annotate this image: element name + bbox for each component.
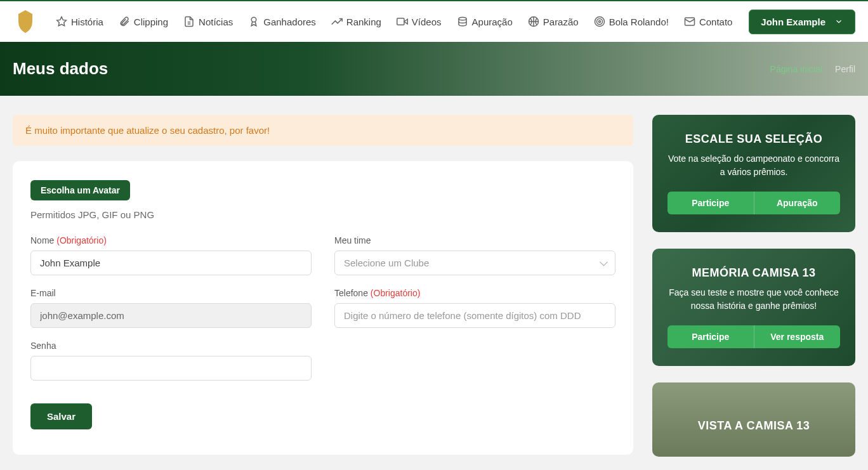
- svg-rect-5: [397, 18, 404, 25]
- choose-avatar-button[interactable]: Escolha um Avatar: [30, 180, 130, 200]
- promo-title: ESCALE SUA SELEÇÃO: [667, 133, 840, 146]
- nav-label: Notícias: [199, 16, 233, 27]
- phone-label: Telefone (Obrigatório): [334, 288, 615, 298]
- team-select[interactable]: [334, 251, 615, 275]
- breadcrumb-current: Perfil: [835, 64, 855, 74]
- avatar-hint: Permitidos JPG, GIF ou PNG: [30, 209, 615, 220]
- nav-bola-rolando[interactable]: Bola Rolando!: [594, 16, 669, 27]
- promo-title: VISTA A CAMISA 13: [667, 419, 840, 433]
- team-group: Meu time: [334, 235, 615, 275]
- nav-parazao[interactable]: Parazão: [528, 16, 579, 27]
- password-input[interactable]: [30, 356, 312, 381]
- promo-vista-camisa: VISTA A CAMISA 13: [652, 382, 855, 457]
- svg-point-3: [252, 17, 257, 22]
- file-icon: [183, 16, 195, 27]
- breadcrumb-home[interactable]: Página inicial: [770, 64, 823, 74]
- trending-icon: [331, 16, 343, 27]
- mail-icon: [684, 16, 695, 27]
- nav-label: Bola Rolando!: [609, 16, 669, 27]
- email-input: [30, 303, 312, 328]
- profile-form-card: Escolha um Avatar Permitidos JPG, GIF ou…: [13, 161, 633, 455]
- nav-label: Apuração: [472, 16, 513, 27]
- alert-banner: É muito importante que atualize o seu ca…: [13, 115, 633, 146]
- page-title: Meus dados: [13, 59, 108, 79]
- nav-label: Clipping: [134, 16, 168, 27]
- name-input[interactable]: [30, 251, 312, 275]
- nav: História Clipping Notícias Ganhadores Ra…: [56, 16, 744, 27]
- video-icon: [397, 16, 408, 27]
- nav-label: Contato: [699, 16, 733, 27]
- nav-label: Parazão: [543, 16, 579, 27]
- nav-historia[interactable]: História: [56, 16, 103, 27]
- user-name: John Example: [761, 16, 825, 27]
- email-label: E-mail: [30, 288, 312, 298]
- phone-input[interactable]: [334, 303, 615, 328]
- svg-point-10: [598, 21, 600, 23]
- promo-title: MEMÓRIA CAMISA 13: [667, 266, 840, 280]
- promo-escale-selecao: ESCALE SUA SELEÇÃO Vote na seleção do ca…: [652, 115, 855, 232]
- header: História Clipping Notícias Ganhadores Ra…: [0, 0, 868, 42]
- participe-button[interactable]: Participe: [667, 325, 754, 348]
- save-button[interactable]: Salvar: [30, 403, 92, 429]
- logo[interactable]: [13, 9, 38, 34]
- email-group: E-mail: [30, 288, 312, 328]
- nav-contato[interactable]: Contato: [684, 16, 733, 27]
- promo-desc: Faça seu teste e mostre que você conhece…: [667, 286, 840, 313]
- svg-point-9: [596, 19, 602, 25]
- target-icon: [594, 16, 605, 27]
- apuracao-button[interactable]: Apuração: [754, 192, 841, 214]
- star-icon: [56, 16, 67, 27]
- user-menu-button[interactable]: John Example: [749, 10, 855, 34]
- nav-clipping[interactable]: Clipping: [119, 16, 168, 27]
- nav-label: História: [71, 16, 103, 27]
- nav-ranking[interactable]: Ranking: [331, 16, 381, 27]
- svg-marker-0: [57, 17, 67, 26]
- nav-label: Vídeos: [412, 16, 442, 27]
- ver-resposta-button[interactable]: Ver resposta: [754, 325, 841, 348]
- name-group: Nome (Obrigatório): [30, 235, 312, 275]
- promo-memoria-camisa: MEMÓRIA CAMISA 13 Faça seu teste e mostr…: [652, 249, 855, 366]
- nav-label: Ranking: [346, 16, 381, 27]
- svg-point-6: [459, 17, 466, 20]
- name-label: Nome (Obrigatório): [30, 235, 312, 245]
- team-label: Meu time: [334, 235, 615, 245]
- nav-apuracao[interactable]: Apuração: [457, 16, 513, 27]
- nav-videos[interactable]: Vídeos: [397, 16, 442, 27]
- password-group: Senha: [30, 341, 312, 381]
- participe-button[interactable]: Participe: [667, 192, 754, 214]
- promo-desc: Vote na seleção do campeonato e concorra…: [667, 152, 840, 179]
- hero: Meus dados Página inicial Perfil: [0, 42, 868, 96]
- basketball-icon: [528, 16, 539, 27]
- chevron-down-icon: [834, 17, 843, 26]
- layers-icon: [457, 16, 468, 27]
- nav-noticias[interactable]: Notícias: [183, 16, 233, 27]
- svg-marker-4: [404, 19, 407, 24]
- award-icon: [248, 16, 260, 27]
- paperclip-icon: [119, 16, 130, 27]
- breadcrumb: Página inicial Perfil: [770, 64, 855, 74]
- nav-label: Ganhadores: [263, 16, 316, 27]
- phone-group: Telefone (Obrigatório): [334, 288, 615, 328]
- nav-ganhadores[interactable]: Ganhadores: [248, 16, 316, 27]
- password-label: Senha: [30, 341, 312, 351]
